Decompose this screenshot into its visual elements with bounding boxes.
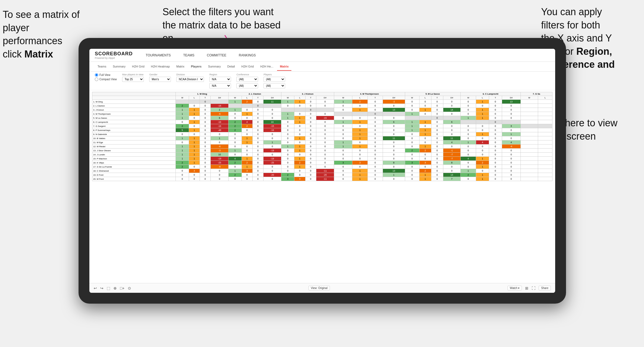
- division-select[interactable]: NCAA Division I: [176, 77, 204, 82]
- cell-r6-g2-c0: 0: [281, 124, 294, 128]
- cell-r7-g5-c0: 0: [460, 128, 476, 132]
- cell-r2-g0-c0: 1: [176, 108, 189, 112]
- nav-committee[interactable]: COMMITTEE: [205, 52, 229, 58]
- sub-nav-matrix-main[interactable]: Matrix: [174, 63, 187, 71]
- sub-nav-h2h-grid-2[interactable]: H2H Grid: [239, 63, 256, 71]
- cell-r19-g0-c2: 0: [200, 177, 210, 181]
- cell-r7-g0-c3: -48: [211, 128, 229, 132]
- matrix-table: 1. W Ding 2. L Clanton 3. J Koivun 4. M …: [92, 92, 552, 181]
- watch-button[interactable]: Watch ▾: [508, 286, 522, 290]
- cell-r6-g2-c2: 0: [305, 124, 316, 128]
- cell-r15-g0-c0: 2: [176, 161, 189, 165]
- subheader-name: [92, 96, 176, 100]
- cell-r14-g2-c0: 0: [281, 157, 294, 161]
- cell-r16-g5-c2: 0: [489, 165, 502, 169]
- max-players-select[interactable]: Top 25 Top 50: [122, 77, 144, 82]
- cell-r4-g1-c2: 0: [252, 116, 263, 120]
- cell-r19-g2-c3: -11: [316, 177, 334, 181]
- cell-r16-g4-c2: 0: [431, 165, 443, 169]
- cell-r4-g4-c3: [443, 116, 460, 120]
- cell-r1-g2-c1: 0: [294, 104, 305, 108]
- sub-nav-matrix-active[interactable]: Matrix: [277, 63, 291, 71]
- cell-r14-g4-c3: -7: [443, 157, 460, 161]
- cell-r13-g1-c2: 0: [252, 153, 263, 157]
- cell-r0-g1-c0: 1: [229, 100, 242, 104]
- cell-r15-g3-c0: 3: [334, 161, 352, 165]
- sub-nav-h2h-he[interactable]: H2H He...: [258, 63, 276, 71]
- cell-r14-g2-c2: 0: [305, 157, 316, 161]
- compact-view-radio[interactable]: Compact View: [95, 78, 117, 81]
- conference-x-select[interactable]: (All): [236, 77, 258, 82]
- sub-nav-players[interactable]: Players: [188, 63, 204, 71]
- cell-r0-g3-c3: -2: [383, 100, 405, 104]
- cell-r1-g5-c1: 0: [476, 104, 489, 108]
- cell-r18-g3-c0: 0: [334, 173, 352, 177]
- sh-1-t: T: [200, 96, 210, 100]
- cell-r7-g5-c2: 0: [489, 128, 502, 132]
- sub-nav-summary[interactable]: Summary: [110, 63, 128, 71]
- cell-r6-g0-c1: 0: [189, 124, 200, 128]
- cell-r0-g3-c2: 0: [367, 100, 383, 104]
- cell-r3-g0-c1: 1: [189, 112, 200, 116]
- settings-icon[interactable]: ⊙: [128, 286, 131, 290]
- nav-tournaments[interactable]: TOURNAMENTS: [144, 52, 173, 58]
- cell-r2-g3-c1: 1: [352, 108, 367, 112]
- nav-rankings[interactable]: RANKINGS: [237, 52, 258, 58]
- share-button[interactable]: Share: [539, 286, 551, 290]
- cell-r5-g3-c3: 6: [383, 120, 405, 124]
- view-label[interactable]: View: Original: [308, 286, 330, 290]
- cell-r15-g4-c2: 0: [431, 161, 443, 165]
- cell-r2-g6-c1: [538, 108, 552, 112]
- layout-icon[interactable]: □+: [120, 286, 125, 290]
- cell-r10-g2-c0: 0: [281, 140, 294, 144]
- row-name-12: 13. J Skov Olesen: [92, 149, 176, 153]
- sub-nav-detail[interactable]: Detail: [225, 63, 238, 71]
- cell-r12-g5-c3: 0: [502, 149, 521, 153]
- cell-r12-g2-c0: 0: [281, 149, 294, 153]
- cell-r14-g5-c1: 1: [476, 157, 489, 161]
- share-icon[interactable]: ⊞: [525, 286, 528, 290]
- matrix-area[interactable]: 1. W Ding 2. L Clanton 3. J Koivun 4. M …: [89, 90, 555, 283]
- cell-r3-g2-c2: 0: [305, 112, 316, 116]
- cell-r13-g1-c0: 0: [229, 153, 242, 157]
- fullscreen-icon[interactable]: ⛶: [532, 286, 535, 290]
- cell-r8-g6-c1: [538, 132, 552, 136]
- cell-r13-g5-c1: 0: [476, 153, 489, 157]
- cell-r14-g5-c0: 4: [460, 157, 476, 161]
- cell-r17-g4-c2: 0: [431, 169, 443, 173]
- cell-r11-g2-c3: 0: [316, 144, 334, 149]
- players-y-select[interactable]: (All): [264, 83, 285, 88]
- redo-icon[interactable]: ↪: [100, 286, 103, 290]
- cell-r1-g5-c0: 0: [460, 104, 476, 108]
- full-view-radio[interactable]: Full View: [95, 73, 117, 77]
- cell-r5-g2-c0: 0: [281, 120, 294, 124]
- nav-teams[interactable]: TEAMS: [181, 52, 196, 58]
- sub-nav-players-summary[interactable]: Summary: [205, 63, 223, 71]
- grid-icon[interactable]: ⬚: [107, 286, 110, 290]
- cell-r3-g4-c1: 0: [419, 112, 431, 116]
- gender-select[interactable]: Men's Women's: [149, 77, 171, 82]
- cell-r1-g0-c2: 0: [200, 104, 210, 108]
- cell-r12-g3-c3: 0: [383, 149, 405, 153]
- bottom-toolbar: ↩ ↪ ⬚ ⊕ □+ ⊙ View: Original Watch ▾ ⊞ ⛶ …: [89, 283, 555, 293]
- cell-r12-g5-c0: 0: [460, 149, 476, 153]
- cell-r13-g5-c3: 0: [502, 153, 521, 157]
- region-x-select[interactable]: N/A: [209, 77, 231, 82]
- row-name-11: 12. M Riedel: [92, 144, 176, 149]
- undo-icon[interactable]: ↩: [94, 286, 97, 290]
- sub-nav-h2h-heatmap[interactable]: H2H Heatmap: [148, 63, 173, 71]
- cell-r14-g1-c3: -19: [263, 157, 281, 161]
- sub-nav-h2h-grid[interactable]: H2H Grid: [129, 63, 147, 71]
- tablet-frame: SCOREBOARD Powered by clippd TOURNAMENTS…: [79, 38, 566, 304]
- sh-2-w: W: [229, 96, 242, 100]
- cell-r3-g0-c3: -6: [211, 112, 229, 116]
- add-icon[interactable]: ⊕: [113, 286, 117, 290]
- sub-nav-teams[interactable]: Teams: [95, 63, 109, 71]
- cell-r18-g1-c1: 0: [242, 173, 252, 177]
- compact-view-input[interactable]: [95, 78, 98, 81]
- conference-y-select[interactable]: (All): [236, 83, 258, 88]
- cell-r11-g1-c2: 0: [252, 144, 263, 149]
- region-y-select[interactable]: N/A: [209, 83, 231, 88]
- full-view-input[interactable]: [95, 73, 98, 77]
- players-x-select[interactable]: (All): [264, 77, 285, 82]
